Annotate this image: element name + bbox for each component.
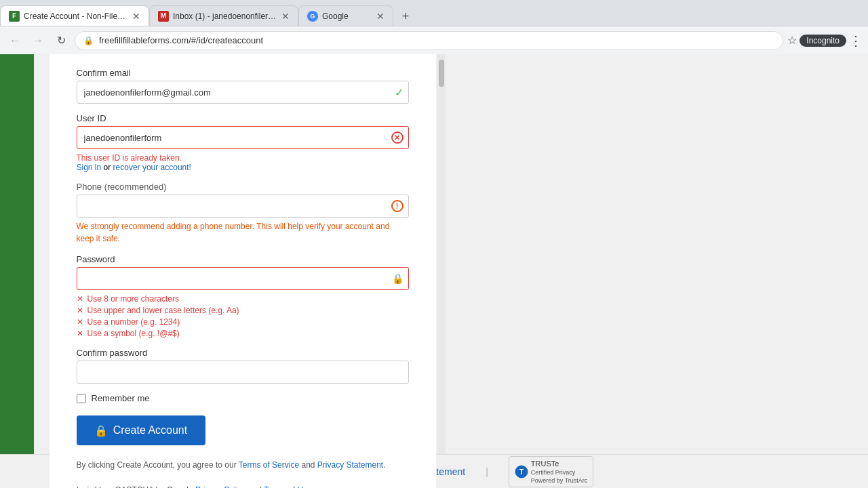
confirm-password-wrapper: [77, 361, 409, 384]
recaptcha-terms-link[interactable]: Terms of Use: [264, 485, 312, 488]
tab2-close-icon[interactable]: ✕: [281, 11, 290, 22]
create-account-label: Create Account: [113, 424, 187, 436]
back-button[interactable]: ←: [5, 31, 24, 50]
tab2-favicon: M: [158, 11, 169, 22]
password-requirements: ✕ Use 8 or more characters ✕ Use upper a…: [77, 294, 409, 338]
tab-inbox[interactable]: M Inbox (1) - janedoenonfilerfm... ✕: [149, 5, 298, 26]
tab-create-account[interactable]: F Create Account - Non-Filers: Ent... ✕: [0, 5, 149, 26]
remember-me-row: Remember me: [77, 393, 409, 403]
right-area: [451, 54, 868, 454]
user-id-error-icon: ✕: [391, 131, 403, 144]
tab-google[interactable]: G Google ✕: [298, 5, 393, 26]
remember-me-checkbox[interactable]: [77, 394, 86, 403]
user-id-wrapper: ✕: [77, 126, 409, 149]
confirm-email-label: Confirm email: [77, 68, 409, 78]
form-container: Confirm email ✓ User ID ✕ This user ID i…: [50, 54, 436, 488]
terms-text: By clicking Create Account, you agree to…: [77, 459, 409, 472]
tab-bar: F Create Account - Non-Filers: Ent... ✕ …: [0, 0, 868, 26]
create-account-lock-icon: 🔒: [94, 424, 108, 437]
new-tab-button[interactable]: +: [396, 7, 415, 26]
browser-chrome: F Create Account - Non-Filers: Ent... ✕ …: [0, 0, 868, 54]
create-account-button[interactable]: 🔒 Create Account: [77, 415, 205, 445]
incognito-badge: Incognito: [800, 35, 846, 47]
password-lock-icon: 🔒: [392, 273, 403, 284]
tab3-close-icon[interactable]: ✕: [376, 11, 384, 22]
scrollbar-thumb[interactable]: [439, 60, 444, 87]
recaptcha-text: Invisible reCAPTCHA by Google Privacy Po…: [77, 485, 409, 488]
req-length: ✕ Use 8 or more characters: [77, 294, 409, 304]
req-symbol: ✕ Use a symbol (e.g. !@#$): [77, 329, 409, 338]
tab1-favicon: F: [9, 11, 20, 22]
user-id-section: User ID ✕ This user ID is already taken.…: [77, 113, 409, 172]
terms-of-service-link[interactable]: Terms of Service: [239, 460, 299, 470]
password-input[interactable]: [77, 267, 409, 290]
confirm-password-label: Confirm password: [77, 348, 409, 358]
confirm-email-success-icon: ✓: [395, 86, 403, 99]
bookmark-icon[interactable]: ☆: [787, 34, 797, 47]
scrollbar-track[interactable]: [437, 54, 446, 454]
user-id-label: User ID: [77, 113, 409, 123]
footer-divider2: |: [486, 466, 488, 477]
address-bar-row: ← → ↻ 🔒 freefillfillableforms.com/#/id/c…: [0, 26, 868, 54]
password-label: Password: [77, 254, 409, 264]
user-id-links: Sign in or recover your account!: [77, 163, 409, 172]
trust-badge-text: TRUSTeCertified PrivacyPowered by TrustA…: [531, 460, 588, 484]
menu-icon[interactable]: ⋮: [849, 33, 863, 49]
phone-input[interactable]: [77, 195, 409, 218]
phone-label: Phone (recommended): [77, 182, 409, 192]
link-separator: or: [101, 163, 113, 172]
privacy-statement-link[interactable]: Privacy Statement: [317, 460, 383, 470]
confirm-email-input[interactable]: [77, 81, 409, 104]
tab3-favicon: G: [307, 11, 318, 22]
req-number: ✕ Use a number (e.g. 1234): [77, 317, 409, 327]
tab2-title: Inbox (1) - janedoenonfilerfm...: [173, 12, 277, 21]
forward-button[interactable]: →: [28, 31, 47, 50]
phone-warning-icon: !: [391, 200, 403, 212]
phone-warning-text: We strongly recommend adding a phone num…: [77, 220, 409, 245]
phone-section: Phone (recommended) ! We strongly recomm…: [77, 182, 409, 245]
remember-me-label: Remember me: [92, 393, 150, 403]
password-wrapper: 🔒: [77, 267, 409, 290]
url-text: freefillfillableforms.com/#/id/createacc…: [99, 35, 774, 45]
sign-in-link[interactable]: Sign in: [77, 163, 102, 172]
user-id-error-text: This user ID is already taken.: [77, 152, 409, 163]
trust-badge: T TRUSTeCertified PrivacyPowered by Trus…: [509, 456, 594, 487]
toolbar-right: ☆ Incognito ⋮: [787, 33, 863, 49]
svg-text:T: T: [519, 468, 524, 476]
trust-badge-icon: T: [515, 465, 528, 479]
address-bar[interactable]: 🔒 freefillfillableforms.com/#/id/createa…: [75, 31, 783, 50]
user-id-input[interactable]: [77, 126, 409, 149]
req-symbol-icon: ✕: [77, 329, 83, 338]
confirm-password-section: Confirm password: [77, 348, 409, 384]
refresh-button[interactable]: ↻: [52, 31, 71, 50]
req-case: ✕ Use upper and lower case letters (e.g.…: [77, 306, 409, 315]
req-case-icon: ✕: [77, 306, 83, 315]
req-length-icon: ✕: [77, 294, 83, 304]
tab1-close-icon[interactable]: ✕: [132, 11, 140, 22]
phone-wrapper: !: [77, 195, 409, 218]
confirm-email-wrapper: ✓: [77, 81, 409, 104]
password-section: Password 🔒 ✕ Use 8 or more characters ✕ …: [77, 254, 409, 338]
left-sidebar: [0, 54, 34, 454]
recover-account-link[interactable]: recover your account!: [113, 163, 191, 172]
confirm-password-input[interactable]: [77, 361, 409, 384]
req-number-icon: ✕: [77, 317, 83, 327]
tab3-title: Google: [322, 12, 372, 21]
recaptcha-privacy-link[interactable]: Privacy Policy: [195, 485, 246, 488]
tab1-title: Create Account - Non-Filers: Ent...: [24, 12, 128, 21]
confirm-email-section: Confirm email ✓: [77, 68, 409, 104]
